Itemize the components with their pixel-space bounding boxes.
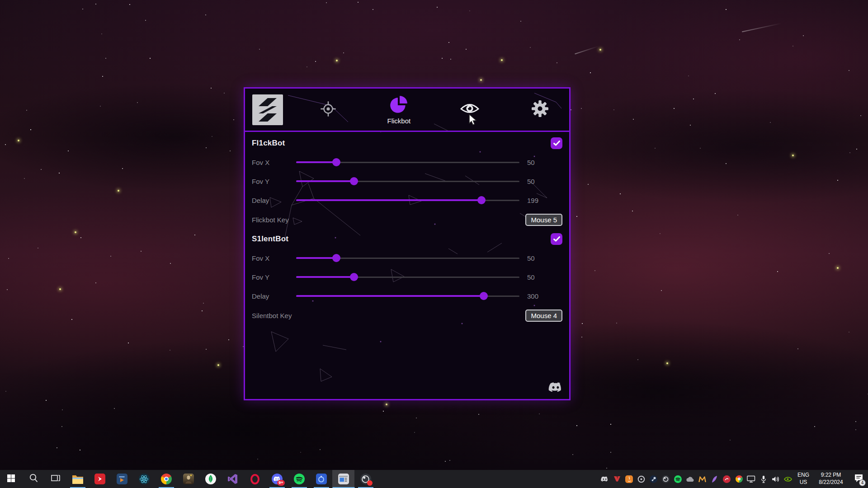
- slider-label: Delay: [252, 197, 296, 204]
- slider-thumb[interactable]: [350, 273, 358, 281]
- taskbar-apps: 9+: [66, 470, 377, 488]
- tab-settings[interactable]: [519, 100, 562, 119]
- search-icon: [29, 474, 38, 484]
- taskbar-app-medal[interactable]: [310, 470, 332, 488]
- java-icon[interactable]: [623, 470, 635, 488]
- slider[interactable]: [296, 177, 519, 185]
- task-view-button[interactable]: [44, 470, 66, 488]
- nvidia-icon[interactable]: [782, 470, 794, 488]
- feather-icon[interactable]: [708, 470, 721, 488]
- network-icon[interactable]: [745, 470, 757, 488]
- steam-icon[interactable]: [647, 470, 660, 488]
- key-label: Flickbot Key: [252, 216, 296, 224]
- slider-fill: [296, 199, 481, 201]
- tab-flickbot[interactable]: Flickbot: [377, 95, 420, 125]
- taskbar-app-flickbot-window[interactable]: [332, 470, 354, 488]
- key-bind-button[interactable]: Mouse 5: [525, 214, 562, 226]
- tab-aimbot[interactable]: [307, 101, 350, 119]
- slider-thumb[interactable]: [477, 196, 486, 204]
- visual-studio-icon: [227, 474, 238, 484]
- microphone-icon[interactable]: [757, 470, 769, 488]
- key-bind-button[interactable]: Mouse 4: [525, 310, 562, 322]
- language-line2: US: [794, 479, 813, 486]
- slider-fill: [296, 161, 336, 163]
- medal-tray-icon[interactable]: [635, 470, 647, 488]
- slider-label: Delay: [252, 292, 296, 300]
- enable-checkbox[interactable]: [551, 137, 562, 149]
- nav-tab-label: Flickbot: [387, 117, 410, 125]
- m-app-icon[interactable]: [696, 470, 708, 488]
- discord-tray-icon[interactable]: [599, 470, 611, 488]
- checkmark-icon: [553, 236, 560, 242]
- file-explorer-icon: [72, 474, 84, 484]
- taskbar-clock[interactable]: 9:22 PM 8/22/2024: [813, 470, 849, 488]
- obs-tray-icon[interactable]: [660, 470, 672, 488]
- slider-value: 50: [527, 178, 535, 185]
- taskbar-app-chrome[interactable]: [155, 470, 177, 488]
- notification-badge: 4: [859, 479, 866, 486]
- discord-icon[interactable]: [548, 382, 563, 394]
- tab-visuals[interactable]: [448, 102, 491, 117]
- slider-label: Fov X: [252, 254, 296, 262]
- windows-start-icon: [7, 474, 15, 484]
- taskbar-app-mongodb[interactable]: [199, 470, 222, 488]
- taskbar-app-discord[interactable]: 9+: [266, 470, 288, 488]
- system-tray: ENG US 9:22 PM 8/22/2024 4: [599, 470, 868, 488]
- taskbar-app-movies-tv[interactable]: [111, 470, 133, 488]
- bot-section: S1lentBot Fov X 50 Fov Y 50 Delay: [252, 230, 562, 325]
- taskbar-app-spotify[interactable]: [288, 470, 310, 488]
- language-indicator[interactable]: ENG US: [794, 470, 813, 488]
- key-label: Silentbot Key: [252, 312, 296, 319]
- slider-thumb[interactable]: [350, 177, 358, 185]
- medal-icon: [316, 474, 327, 484]
- slider-label: Fov Y: [252, 178, 296, 185]
- obs-icon: [360, 474, 371, 484]
- start-button[interactable]: [0, 470, 22, 488]
- slider-thumb[interactable]: [480, 292, 488, 300]
- search-button[interactable]: [22, 470, 44, 488]
- volume-icon[interactable]: [769, 470, 782, 488]
- gear-icon: [532, 100, 548, 119]
- slider-value: 50: [527, 273, 535, 281]
- red-dot-app-icon[interactable]: [721, 470, 733, 488]
- tray-icons: [599, 470, 794, 488]
- brand-logo: [252, 94, 283, 125]
- taskbar-app-opera[interactable]: [244, 470, 266, 488]
- taskbar-app-obs[interactable]: [354, 470, 377, 488]
- taskbar-app-react-app[interactable]: [133, 470, 155, 488]
- slider-thumb[interactable]: [332, 254, 340, 262]
- slider[interactable]: [296, 292, 519, 300]
- slider-thumb[interactable]: [332, 158, 340, 166]
- discord-icon: 9+: [272, 474, 283, 484]
- clock-date: 8/22/2024: [813, 479, 849, 486]
- chrome-tray-icon[interactable]: [733, 470, 745, 488]
- recording-dot: [367, 480, 373, 486]
- slider[interactable]: [296, 196, 519, 204]
- taskbar-app-file-explorer[interactable]: [66, 470, 89, 488]
- notification-count-badge: 9+: [277, 480, 284, 486]
- taskbar-app-visual-studio[interactable]: [222, 470, 244, 488]
- slider-value: 50: [527, 159, 535, 166]
- bot-section: Fl1ckBot Fov X 50 Fov Y 50 Delay: [252, 134, 562, 230]
- slider[interactable]: [296, 273, 519, 281]
- slider-label: Fov X: [252, 159, 296, 166]
- taskbar-app-portrait-app[interactable]: [177, 470, 199, 488]
- slider[interactable]: [296, 158, 519, 166]
- react-app-icon: [139, 474, 150, 484]
- crosshair-icon: [320, 101, 336, 119]
- mongodb-icon: [205, 474, 216, 484]
- cloud-icon[interactable]: [684, 470, 696, 488]
- pie-chart-icon: [388, 95, 409, 116]
- slider-fill: [296, 276, 354, 278]
- clock-time: 9:22 PM: [813, 472, 849, 479]
- section-title: Fl1ckBot: [252, 139, 285, 148]
- spotify-tray-icon[interactable]: [672, 470, 684, 488]
- window-header: Flickbot: [245, 89, 569, 132]
- taskbar: 9+ ENG US 9:22 PM 8/22/2024 4: [0, 470, 868, 488]
- slider[interactable]: [296, 254, 519, 262]
- enable-checkbox[interactable]: [551, 233, 562, 245]
- vanguard-icon[interactable]: [611, 470, 623, 488]
- window-nav: Flickbot: [307, 95, 562, 125]
- action-center-button[interactable]: 4: [849, 470, 868, 488]
- taskbar-app-red-app[interactable]: [89, 470, 111, 488]
